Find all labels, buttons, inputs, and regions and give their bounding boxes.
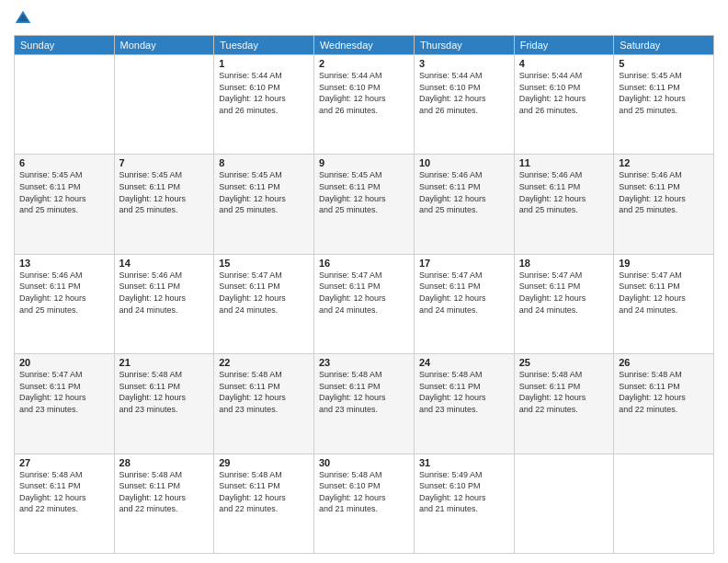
calendar-week-2: 6Sunrise: 5:45 AM Sunset: 6:11 PM Daylig… — [15, 155, 714, 254]
day-number: 30 — [319, 457, 409, 468]
day-info: Sunrise: 5:48 AM Sunset: 6:11 PM Dayligh… — [119, 369, 210, 415]
day-number: 16 — [319, 258, 409, 269]
calendar-week-3: 13Sunrise: 5:46 AM Sunset: 6:11 PM Dayli… — [15, 254, 714, 353]
day-number: 11 — [519, 157, 609, 168]
calendar-cell: 1Sunrise: 5:44 AM Sunset: 6:10 PM Daylig… — [214, 55, 314, 155]
day-info: Sunrise: 5:47 AM Sunset: 6:11 PM Dayligh… — [319, 270, 409, 316]
day-info: Sunrise: 5:48 AM Sunset: 6:11 PM Dayligh… — [319, 369, 409, 415]
calendar-cell: 22Sunrise: 5:48 AM Sunset: 6:11 PM Dayli… — [214, 354, 314, 454]
calendar-cell: 19Sunrise: 5:47 AM Sunset: 6:11 PM Dayli… — [614, 254, 714, 353]
calendar-cell: 10Sunrise: 5:46 AM Sunset: 6:11 PM Dayli… — [414, 155, 514, 254]
calendar-cell: 27Sunrise: 5:48 AM Sunset: 6:11 PM Dayli… — [15, 454, 115, 553]
day-info: Sunrise: 5:46 AM Sunset: 6:11 PM Dayligh… — [119, 270, 210, 316]
header — [14, 9, 714, 28]
day-number: 31 — [419, 457, 509, 468]
day-info: Sunrise: 5:48 AM Sunset: 6:11 PM Dayligh… — [419, 369, 509, 415]
page: SundayMondayTuesdayWednesdayThursdayFrid… — [0, 0, 728, 563]
logo-icon — [14, 9, 32, 28]
day-info: Sunrise: 5:45 AM Sunset: 6:11 PM Dayligh… — [19, 169, 109, 215]
calendar-cell: 13Sunrise: 5:46 AM Sunset: 6:11 PM Dayli… — [15, 254, 115, 353]
day-number: 14 — [119, 258, 210, 269]
calendar-header-friday: Friday — [514, 36, 613, 55]
calendar-cell: 21Sunrise: 5:48 AM Sunset: 6:11 PM Dayli… — [114, 354, 214, 454]
day-info: Sunrise: 5:44 AM Sunset: 6:10 PM Dayligh… — [319, 70, 409, 116]
day-info: Sunrise: 5:48 AM Sunset: 6:11 PM Dayligh… — [219, 469, 309, 515]
day-info: Sunrise: 5:47 AM Sunset: 6:11 PM Dayligh… — [619, 270, 709, 316]
day-number: 17 — [419, 258, 509, 269]
calendar-cell: 30Sunrise: 5:48 AM Sunset: 6:10 PM Dayli… — [313, 454, 414, 553]
calendar-cell: 14Sunrise: 5:46 AM Sunset: 6:11 PM Dayli… — [114, 254, 214, 353]
calendar-cell: 31Sunrise: 5:49 AM Sunset: 6:10 PM Dayli… — [414, 454, 514, 553]
calendar-cell: 29Sunrise: 5:48 AM Sunset: 6:11 PM Dayli… — [214, 454, 314, 553]
calendar-cell: 17Sunrise: 5:47 AM Sunset: 6:11 PM Dayli… — [414, 254, 514, 353]
day-info: Sunrise: 5:48 AM Sunset: 6:11 PM Dayligh… — [119, 469, 210, 515]
day-info: Sunrise: 5:44 AM Sunset: 6:10 PM Dayligh… — [519, 70, 609, 116]
calendar-cell: 11Sunrise: 5:46 AM Sunset: 6:11 PM Dayli… — [514, 155, 613, 254]
calendar-cell: 6Sunrise: 5:45 AM Sunset: 6:11 PM Daylig… — [15, 155, 115, 254]
day-number: 18 — [519, 258, 609, 269]
calendar-cell: 15Sunrise: 5:47 AM Sunset: 6:11 PM Dayli… — [214, 254, 314, 353]
day-number: 8 — [219, 157, 309, 168]
day-number: 4 — [519, 58, 609, 69]
calendar-cell: 18Sunrise: 5:47 AM Sunset: 6:11 PM Dayli… — [514, 254, 613, 353]
calendar-header-tuesday: Tuesday — [214, 36, 314, 55]
calendar-cell: 28Sunrise: 5:48 AM Sunset: 6:11 PM Dayli… — [114, 454, 214, 553]
calendar-cell: 8Sunrise: 5:45 AM Sunset: 6:11 PM Daylig… — [214, 155, 314, 254]
day-number: 26 — [619, 357, 709, 368]
day-number: 10 — [419, 157, 509, 168]
calendar-header-sunday: Sunday — [15, 36, 115, 55]
day-number: 29 — [219, 457, 309, 468]
day-number: 12 — [619, 157, 709, 168]
day-info: Sunrise: 5:47 AM Sunset: 6:11 PM Dayligh… — [19, 369, 109, 415]
day-info: Sunrise: 5:47 AM Sunset: 6:11 PM Dayligh… — [419, 270, 509, 316]
calendar-week-5: 27Sunrise: 5:48 AM Sunset: 6:11 PM Dayli… — [15, 454, 714, 553]
calendar-cell — [15, 55, 115, 155]
day-number: 19 — [619, 258, 709, 269]
day-number: 13 — [19, 258, 109, 269]
calendar-table: SundayMondayTuesdayWednesdayThursdayFrid… — [14, 35, 714, 554]
calendar-cell: 12Sunrise: 5:46 AM Sunset: 6:11 PM Dayli… — [614, 155, 714, 254]
day-info: Sunrise: 5:46 AM Sunset: 6:11 PM Dayligh… — [519, 169, 609, 215]
calendar-cell: 16Sunrise: 5:47 AM Sunset: 6:11 PM Dayli… — [313, 254, 414, 353]
calendar-cell: 7Sunrise: 5:45 AM Sunset: 6:11 PM Daylig… — [114, 155, 214, 254]
day-info: Sunrise: 5:47 AM Sunset: 6:11 PM Dayligh… — [219, 270, 309, 316]
calendar-cell: 23Sunrise: 5:48 AM Sunset: 6:11 PM Dayli… — [313, 354, 414, 454]
day-number: 21 — [119, 357, 210, 368]
day-info: Sunrise: 5:45 AM Sunset: 6:11 PM Dayligh… — [219, 169, 309, 215]
day-number: 15 — [219, 258, 309, 269]
day-number: 1 — [219, 58, 309, 69]
day-info: Sunrise: 5:46 AM Sunset: 6:11 PM Dayligh… — [419, 169, 509, 215]
calendar-cell — [114, 55, 214, 155]
calendar-cell: 26Sunrise: 5:48 AM Sunset: 6:11 PM Dayli… — [614, 354, 714, 454]
day-info: Sunrise: 5:45 AM Sunset: 6:11 PM Dayligh… — [619, 70, 709, 116]
calendar-cell — [514, 454, 613, 553]
day-number: 24 — [419, 357, 509, 368]
day-info: Sunrise: 5:44 AM Sunset: 6:10 PM Dayligh… — [419, 70, 509, 116]
calendar-cell: 5Sunrise: 5:45 AM Sunset: 6:11 PM Daylig… — [614, 55, 714, 155]
day-number: 5 — [619, 58, 709, 69]
calendar-cell — [614, 454, 714, 553]
day-number: 25 — [519, 357, 609, 368]
day-info: Sunrise: 5:48 AM Sunset: 6:11 PM Dayligh… — [219, 369, 309, 415]
day-number: 23 — [319, 357, 409, 368]
calendar-cell: 2Sunrise: 5:44 AM Sunset: 6:10 PM Daylig… — [313, 55, 414, 155]
logo — [14, 9, 36, 28]
calendar-header-row: SundayMondayTuesdayWednesdayThursdayFrid… — [15, 36, 714, 55]
calendar-cell: 20Sunrise: 5:47 AM Sunset: 6:11 PM Dayli… — [15, 354, 115, 454]
calendar-header-saturday: Saturday — [614, 36, 714, 55]
calendar-header-wednesday: Wednesday — [313, 36, 414, 55]
calendar-cell: 4Sunrise: 5:44 AM Sunset: 6:10 PM Daylig… — [514, 55, 613, 155]
calendar-header-monday: Monday — [114, 36, 214, 55]
day-info: Sunrise: 5:44 AM Sunset: 6:10 PM Dayligh… — [219, 70, 309, 116]
day-number: 6 — [19, 157, 109, 168]
calendar-cell: 9Sunrise: 5:45 AM Sunset: 6:11 PM Daylig… — [313, 155, 414, 254]
day-info: Sunrise: 5:46 AM Sunset: 6:11 PM Dayligh… — [619, 169, 709, 215]
day-number: 22 — [219, 357, 309, 368]
day-info: Sunrise: 5:48 AM Sunset: 6:11 PM Dayligh… — [519, 369, 609, 415]
day-info: Sunrise: 5:49 AM Sunset: 6:10 PM Dayligh… — [419, 469, 509, 515]
day-number: 7 — [119, 157, 210, 168]
calendar-cell: 3Sunrise: 5:44 AM Sunset: 6:10 PM Daylig… — [414, 55, 514, 155]
calendar-header-thursday: Thursday — [414, 36, 514, 55]
day-info: Sunrise: 5:45 AM Sunset: 6:11 PM Dayligh… — [319, 169, 409, 215]
day-info: Sunrise: 5:48 AM Sunset: 6:11 PM Dayligh… — [619, 369, 709, 415]
